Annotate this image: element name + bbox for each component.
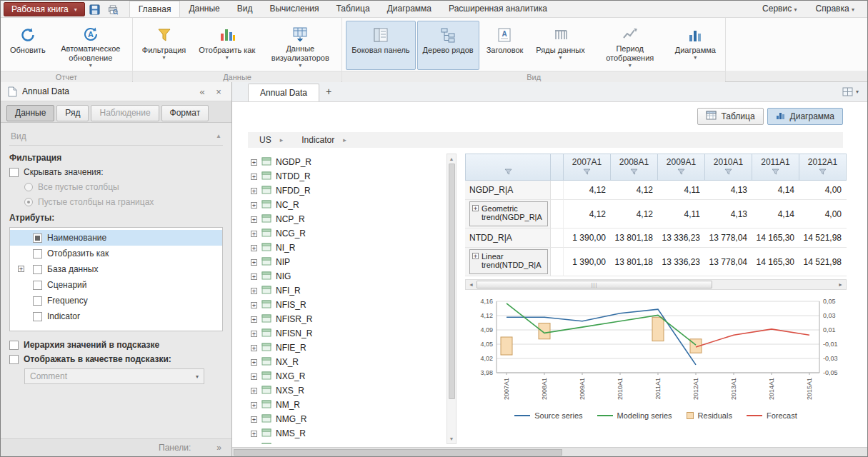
ribbon-button-период-отображения[interactable]: Период отображения▾: [592, 21, 668, 70]
expand-icon[interactable]: +: [18, 266, 24, 272]
hierarchy-tooltip-checkbox[interactable]: [9, 341, 19, 350]
table-cell[interactable]: 4,11: [658, 200, 705, 228]
tree-item-nk-r[interactable]: +NK_R: [248, 441, 447, 444]
chevron-right-icon[interactable]: ▸: [280, 136, 284, 144]
breadcrumb-item-us[interactable]: US: [259, 135, 271, 145]
expand-icon[interactable]: +: [251, 388, 257, 394]
table-row-label[interactable]: +Geometric trend(NGDP_R|A: [465, 200, 551, 228]
ribbon-tab-вид[interactable]: Вид: [229, 1, 261, 17]
expand-icon[interactable]: +: [251, 174, 257, 180]
ribbon-tab-таблица[interactable]: Таблица: [328, 1, 379, 17]
attribute-row-сценарий[interactable]: Сценарий: [10, 277, 222, 293]
checkbox[interactable]: [33, 296, 42, 306]
hide-values-row[interactable]: Скрывать значения:: [9, 167, 223, 177]
breadcrumb-item-indicator[interactable]: Indicator: [301, 135, 334, 145]
ribbon-button-заголовок[interactable]: AЗаголовок: [481, 21, 529, 70]
attribute-row-наименование[interactable]: Наименование: [10, 230, 222, 246]
table-cell[interactable]: 13 336,23: [658, 248, 705, 276]
expand-icon[interactable]: +: [472, 205, 479, 211]
expand-icon[interactable]: +: [472, 253, 479, 259]
table-cell[interactable]: 13 778,04: [705, 228, 752, 248]
hide-values-checkbox[interactable]: [9, 168, 19, 177]
expand-icon[interactable]: +: [251, 159, 257, 166]
filter-funnel-icon[interactable]: [677, 168, 685, 178]
tree-item-nfisn-r[interactable]: +NFISN_R: [248, 326, 447, 341]
tree-item-ncg-r[interactable]: +NCG_R: [248, 226, 447, 241]
tree-item-nxs-r[interactable]: +NXS_R: [248, 383, 447, 398]
tree-item-nx-r[interactable]: +NX_R: [248, 355, 447, 369]
table-cell[interactable]: 14 521,98: [799, 248, 847, 276]
ribbon-button-автоматическое-обновление[interactable]: AАвтоматическое обновление▾: [53, 21, 129, 70]
table-horizontal-scrollbar[interactable]: ◄ ||| ►: [465, 279, 847, 290]
panel-tab-формат[interactable]: Формат: [161, 105, 209, 121]
scrollbar-thumb[interactable]: [234, 449, 562, 456]
filter-funnel-icon[interactable]: [819, 168, 827, 178]
workbook-menu-button[interactable]: Рабочая книга ▾: [4, 2, 85, 16]
table-cell[interactable]: 4,12: [564, 181, 611, 200]
table-column-header[interactable]: 2009A1: [658, 154, 705, 181]
expand-icon[interactable]: +: [251, 245, 257, 251]
table-cell[interactable]: 14 521,98: [799, 228, 847, 248]
ribbon-button-ряды-данных[interactable]: Ряды данных▾: [530, 21, 590, 70]
expand-icon[interactable]: +: [251, 273, 257, 280]
ribbon-button-отобразить-как[interactable]: Отобразить как▾: [193, 21, 261, 70]
tree-item-nc-r[interactable]: +NC_R: [248, 198, 447, 212]
table-cell[interactable]: 1 390,00: [564, 228, 611, 248]
panel-tab-наблюдение[interactable]: Наблюдение: [91, 105, 159, 121]
hierarchy-tooltip-row[interactable]: Иерархия значений в подсказке: [9, 340, 223, 350]
table-cell[interactable]: 14 165,30: [752, 228, 799, 248]
comment-dropdown[interactable]: Comment ▾: [24, 368, 204, 384]
expand-icon[interactable]: +: [251, 216, 257, 223]
main-horizontal-scrollbar[interactable]: [232, 447, 867, 456]
table-cell[interactable]: 4,13: [705, 181, 752, 200]
tree-item-nfis-r[interactable]: +NFIS_R: [248, 298, 447, 312]
filter-funnel-icon[interactable]: [772, 168, 779, 178]
checkbox[interactable]: [33, 312, 42, 321]
radio-option-все-пустые-столбцы[interactable]: Все пустые столбцы: [24, 182, 223, 192]
filter-funnel-icon[interactable]: [630, 168, 638, 178]
scroll-left-icon[interactable]: ◄: [466, 280, 477, 289]
tree-item-nmg-r[interactable]: +NMG_R: [248, 412, 447, 426]
ribbon-tab-данные[interactable]: Данные: [180, 1, 228, 17]
table-column-header[interactable]: 2011A1: [752, 154, 799, 181]
chevron-right-icon[interactable]: ▸: [343, 136, 346, 144]
filter-funnel-icon[interactable]: [504, 168, 512, 178]
expand-icon[interactable]: +: [251, 316, 257, 323]
table-cell[interactable]: 13 801,18: [611, 228, 658, 248]
expand-icon[interactable]: +: [251, 402, 257, 408]
table-column-header[interactable]: 2008A1: [611, 154, 658, 181]
expand-icon[interactable]: +: [251, 416, 257, 423]
close-panel-button[interactable]: ×: [213, 86, 224, 97]
tree-scrollbar[interactable]: ▲ ▼: [447, 154, 457, 444]
expand-icon[interactable]: +: [251, 331, 257, 337]
table-column-header[interactable]: 2012A1: [799, 154, 847, 181]
ribbon-button-фильтрация[interactable]: Фильтрация▾: [136, 21, 191, 70]
table-cell[interactable]: 13 336,23: [658, 228, 705, 248]
document-tab-annual-data[interactable]: Annual Data: [248, 84, 319, 101]
table-row-label[interactable]: NGDP_R|A: [465, 181, 551, 200]
table-row-label[interactable]: NTDD_R|A: [465, 228, 551, 248]
expand-icon[interactable]: +: [251, 259, 257, 266]
filter-funnel-icon[interactable]: [583, 168, 591, 178]
tree-item-ntdd-r[interactable]: +NTDD_R: [248, 169, 447, 184]
table-cell[interactable]: 4,12: [611, 200, 658, 228]
tree-item-nm-r[interactable]: +NM_R: [248, 398, 447, 412]
ribbon-button-данные-визуализаторов[interactable]: Данные визуализаторов▾: [262, 21, 338, 70]
attribute-row-база-данных[interactable]: +База данных: [10, 261, 222, 277]
show-as-tooltip-checkbox[interactable]: [9, 355, 19, 364]
attribute-row-indicator[interactable]: Indicator: [10, 308, 222, 324]
view-button-table[interactable]: Таблица: [697, 108, 764, 125]
scrollbar-thumb[interactable]: |||: [477, 281, 712, 288]
table-column-header[interactable]: [551, 154, 564, 181]
ribbon-tab-главная[interactable]: Главная: [129, 1, 181, 17]
checkbox[interactable]: [33, 265, 42, 274]
expand-icon[interactable]: +: [251, 302, 257, 308]
attribute-row-отобразить-как[interactable]: Отобразить как: [10, 246, 222, 261]
table-cell[interactable]: 4,00: [799, 200, 847, 228]
expand-icon[interactable]: +: [251, 431, 257, 437]
panel-tab-данные[interactable]: Данные: [6, 105, 54, 121]
scroll-up-icon[interactable]: ▲: [449, 155, 454, 163]
tree-item-nfdd-r[interactable]: +NFDD_R: [248, 184, 447, 198]
table-cell[interactable]: 13 801,18: [611, 248, 658, 276]
table-cell[interactable]: 4,00: [799, 181, 847, 200]
